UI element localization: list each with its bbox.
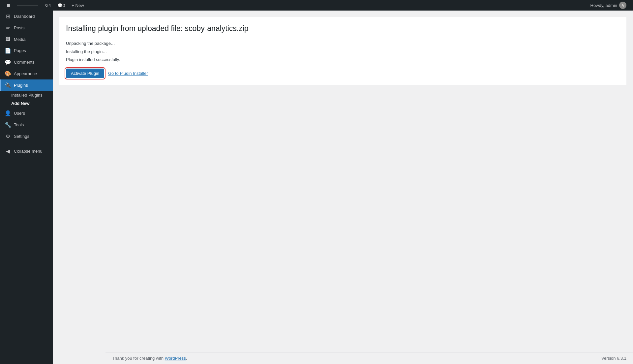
sidebar-label-appearance: Appearance xyxy=(14,71,37,76)
action-buttons: Activate Plugin Go to Plugin Installer xyxy=(66,69,620,78)
plugins-submenu: Installed Plugins Add New xyxy=(0,91,53,107)
sidebar-label-pages: Pages xyxy=(14,48,26,53)
sidebar-item-settings[interactable]: ⚙ Settings xyxy=(0,131,53,142)
wp-footer: Thank you for creating with WordPress. V… xyxy=(106,352,633,364)
sidebar-item-media[interactable]: 🖼 Media xyxy=(0,34,53,45)
wordpress-link[interactable]: WordPress xyxy=(165,356,186,361)
sidebar-item-comments[interactable]: 💬 Comments xyxy=(0,56,53,68)
log-line-1: Unpacking the package… xyxy=(66,40,620,47)
page-title: Installing plugin from uploaded file: sc… xyxy=(66,24,620,34)
tools-icon: 🔧 xyxy=(5,122,11,128)
users-icon: 👤 xyxy=(5,110,11,116)
sidebar-item-posts[interactable]: ✏ Posts xyxy=(0,22,53,34)
sidebar-item-users[interactable]: 👤 Users xyxy=(0,107,53,119)
sidebar-label-comments: Comments xyxy=(14,60,35,65)
updates-count: 4 xyxy=(48,3,51,8)
pages-icon: 📄 xyxy=(5,47,11,54)
collapse-menu-button[interactable]: ◀ Collapse menu xyxy=(0,145,53,157)
sidebar-item-appearance[interactable]: 🎨 Appearance xyxy=(0,68,53,79)
sidebar-label-settings: Settings xyxy=(14,134,29,139)
appearance-icon: 🎨 xyxy=(5,71,11,77)
main-content: Installing plugin from uploaded file: sc… xyxy=(53,11,633,352)
sidebar: ⊞ Dashboard ✏ Posts 🖼 Media 📄 Pages 💬 Co… xyxy=(0,11,53,364)
collapse-menu-label: Collapse menu xyxy=(14,149,43,154)
user-avatar: A xyxy=(619,2,626,9)
sidebar-label-users: Users xyxy=(14,111,25,116)
log-line-2: Installing the plugin… xyxy=(66,48,620,55)
activate-plugin-button[interactable]: Activate Plugin xyxy=(66,69,104,78)
sidebar-label-dashboard: Dashboard xyxy=(14,14,35,19)
updates-link[interactable]: ↻ 4 xyxy=(42,0,54,11)
plugins-icon: 🔌 xyxy=(5,82,11,88)
comments-icon: 💬 xyxy=(5,59,11,65)
comments-count: 0 xyxy=(63,3,65,8)
go-to-installer-link[interactable]: Go to Plugin Installer xyxy=(108,71,148,76)
install-log: Unpacking the package… Installing the pl… xyxy=(66,40,620,63)
footer-credit: Thank you for creating with WordPress. xyxy=(112,356,187,361)
site-name[interactable]: ————— xyxy=(14,0,42,11)
posts-icon: ✏ xyxy=(5,25,11,31)
sidebar-item-tools[interactable]: 🔧 Tools xyxy=(0,119,53,131)
media-icon: 🖼 xyxy=(5,36,11,42)
new-content-link[interactable]: + New xyxy=(68,0,87,11)
log-line-3: Plugin installed successfully. xyxy=(66,56,620,63)
sidebar-label-tools: Tools xyxy=(14,122,24,127)
sidebar-label-media: Media xyxy=(14,37,25,42)
sidebar-label-plugins: Plugins xyxy=(14,83,28,88)
sidebar-item-plugins[interactable]: 🔌 Plugins xyxy=(0,79,53,91)
sidebar-item-dashboard[interactable]: ⊞ Dashboard xyxy=(0,11,53,22)
sidebar-label-posts: Posts xyxy=(14,25,25,30)
footer-version: Version 6.3.1 xyxy=(601,356,626,361)
submenu-add-new[interactable]: Add New xyxy=(0,99,53,107)
submenu-installed-plugins[interactable]: Installed Plugins xyxy=(0,91,53,99)
collapse-icon: ◀ xyxy=(5,148,11,154)
settings-icon: ⚙ xyxy=(5,133,11,139)
dashboard-icon: ⊞ xyxy=(5,13,11,19)
admin-bar: ■ ————— ↻ 4 💬 0 + New Howdy, admin A xyxy=(0,0,633,11)
howdy-text[interactable]: Howdy, admin A xyxy=(587,2,630,9)
comments-link[interactable]: 💬 0 xyxy=(54,0,68,11)
sidebar-item-pages[interactable]: 📄 Pages xyxy=(0,45,53,56)
howdy-label: Howdy, admin xyxy=(590,3,617,8)
content-wrap: Installing plugin from uploaded file: sc… xyxy=(59,17,626,85)
footer-thank-you-text: Thank you for creating with xyxy=(112,356,165,361)
wp-logo[interactable]: ■ xyxy=(3,0,14,11)
